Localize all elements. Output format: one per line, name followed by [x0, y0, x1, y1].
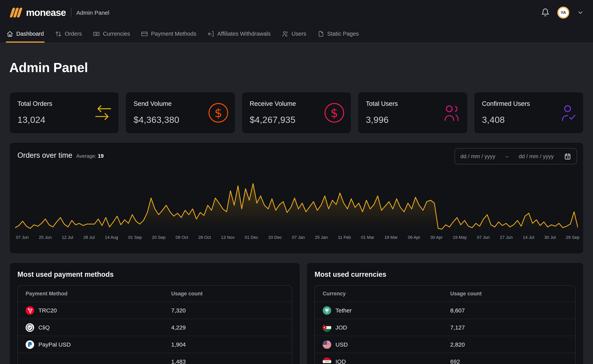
column-header: Payment Method [18, 291, 171, 297]
x-tick-label: 07 Jun [477, 235, 490, 240]
x-tick-label: 08 Oct [176, 235, 188, 240]
x-tick-label: 27 Jun [500, 235, 513, 240]
stat-card-confirmed-users: Confirmed Users 3,408 [474, 92, 584, 134]
header-divider [71, 8, 71, 17]
chevron-down-icon[interactable] [577, 9, 584, 16]
x-tick-label: 29 Sep [566, 235, 580, 240]
banknote-icon [93, 30, 100, 37]
x-tick-label: 01 Sep [128, 235, 142, 240]
credit-card-icon [141, 30, 148, 37]
currencies-table: Currency Usage count Tether 8,607 [315, 285, 576, 364]
stat-card-send-volume: Send Volume $4,363,380 $ [125, 92, 235, 134]
calendar-icon[interactable] [564, 153, 571, 160]
currencies-card: Most used currencies Currency Usage coun… [306, 262, 584, 364]
date-range-picker[interactable]: dd / mm / yyyy – dd / mm / yyyy [455, 148, 577, 164]
nav-tab-label: Static Pages [327, 31, 359, 37]
header-subtitle: Admin Panel [76, 9, 109, 16]
column-header: Usage count [450, 291, 575, 297]
table-header-row: Currency Usage count [315, 286, 575, 302]
x-tick-label: 19 Mar [384, 235, 398, 240]
usage-count: 2,820 [450, 341, 575, 348]
stat-card-receive-volume: Receive Volume $4,267,935 $ [242, 92, 352, 134]
arrow-up-down-icon [55, 30, 62, 37]
usage-count: 8,607 [450, 307, 575, 314]
nav-tab-orders[interactable]: Orders [55, 25, 82, 43]
tether-icon [323, 306, 331, 315]
brand-logo[interactable]: monease [9, 6, 66, 18]
withdrawal-icon [208, 30, 214, 37]
user-check-icon [560, 104, 577, 121]
nav-tab-label: Orders [65, 31, 82, 37]
usage-count: 1,483 [171, 358, 292, 364]
usage-count: 4,229 [171, 324, 292, 331]
x-tick-label: 25 Jan [315, 235, 328, 240]
x-tick-label: 01 Dec [245, 235, 258, 240]
orders-chart-panel: Orders over time Average: 19 dd / mm / y… [9, 142, 584, 254]
usage-count: 692 [450, 358, 575, 364]
brand-name: monease [26, 7, 66, 18]
transfer-arrows-icon [94, 104, 113, 121]
payment-methods-table: Payment Method Usage count TRC20 7,320 [17, 285, 292, 364]
svg-text:$: $ [214, 106, 222, 120]
stats-row: Total Orders 13,024 Send Volume $4,363,3… [9, 92, 584, 134]
table-row: 1,483 [18, 353, 292, 364]
x-tick-label: 14 Aug [105, 235, 118, 240]
currency-name: Tether [336, 307, 352, 314]
table-header-row: Payment Method Usage count [18, 286, 292, 302]
x-tick-label: 20 Dec [268, 235, 282, 240]
x-tick-label: 25 Jun [39, 235, 52, 240]
currencies-title: Most used currencies [315, 271, 576, 279]
nav-tab-currencies[interactable]: Currencies [93, 25, 130, 43]
file-icon [317, 30, 324, 37]
nav-tab-label: Users [292, 31, 306, 37]
main-content: Admin Panel Total Orders 13,024 Send Vol… [0, 60, 593, 364]
stat-card-total-users: Total Users 3,996 [358, 92, 468, 134]
x-tick-label: 14 Jul [523, 235, 534, 240]
x-tick-label: 01 Mar [361, 235, 375, 240]
nav-tab-static-pages[interactable]: Static Pages [317, 25, 359, 43]
chart-title: Orders over time [17, 151, 72, 160]
currency-name: USD [336, 341, 348, 348]
chart-area-fill [15, 183, 578, 232]
x-tick-label: 07 Jun [16, 235, 29, 240]
payment-methods-card: Most used payment methods Payment Method… [9, 262, 300, 364]
column-header: Currency [315, 291, 450, 297]
chart-average-label: Average: [76, 153, 96, 159]
nav-tab-affiliates-withdrawals[interactable]: Affiliates Withdrawals [208, 25, 271, 43]
table-row: JOD 7,127 [315, 319, 575, 336]
usage-count: 7,320 [171, 307, 292, 314]
x-tick-label: 20 Sep [152, 235, 166, 240]
table-row: IQD 692 [315, 353, 575, 364]
nav-tab-dashboard[interactable]: Dashboard [7, 25, 44, 43]
avatar-initials: YA [561, 10, 566, 15]
nav-tab-users[interactable]: Users [282, 25, 306, 43]
bell-icon[interactable] [541, 8, 550, 17]
avatar[interactable]: YA [557, 6, 569, 18]
payment-method-name: TRC20 [38, 307, 57, 314]
x-tick-label: 28 Jul [83, 235, 95, 240]
x-axis-ticks: 07 Jun25 Jun12 Jul28 Jul14 Aug01 Sep20 S… [16, 235, 580, 240]
table-row: TRC20 7,320 [18, 302, 292, 319]
usage-count: 1,904 [171, 341, 292, 348]
bottom-tables: Most used payment methods Payment Method… [9, 262, 584, 364]
currency-name: JOD [336, 324, 347, 331]
date-from-input[interactable]: dd / mm / yyyy [460, 153, 495, 159]
table-row: CliQ 4,229 [18, 319, 292, 336]
payment-method-name: PayPal USD [38, 341, 71, 348]
nav-tab-payment-methods[interactable]: Payment Methods [141, 25, 197, 43]
dollar-circle-icon: $ [208, 102, 229, 123]
dollar-circle-icon: $ [324, 102, 345, 123]
x-tick-label: 30 Jul [544, 235, 556, 240]
nav-tab-label: Affiliates Withdrawals [217, 31, 271, 37]
jordan-flag-icon [323, 323, 331, 332]
x-tick-label: 13 Nov [221, 235, 235, 240]
table-row: USD 2,820 [315, 336, 575, 353]
payment-method-name: CliQ [38, 324, 50, 331]
date-to-input[interactable]: dd / mm / yyyy [519, 153, 554, 159]
x-tick-label: 12 Jul [62, 235, 73, 240]
app-root: monease Admin Panel YA [0, 0, 593, 364]
cliq-icon [26, 323, 34, 332]
x-tick-label: 30 Apr [430, 235, 443, 240]
table-row: PayPal USD 1,904 [18, 336, 292, 353]
iraq-flag-icon [323, 357, 331, 364]
